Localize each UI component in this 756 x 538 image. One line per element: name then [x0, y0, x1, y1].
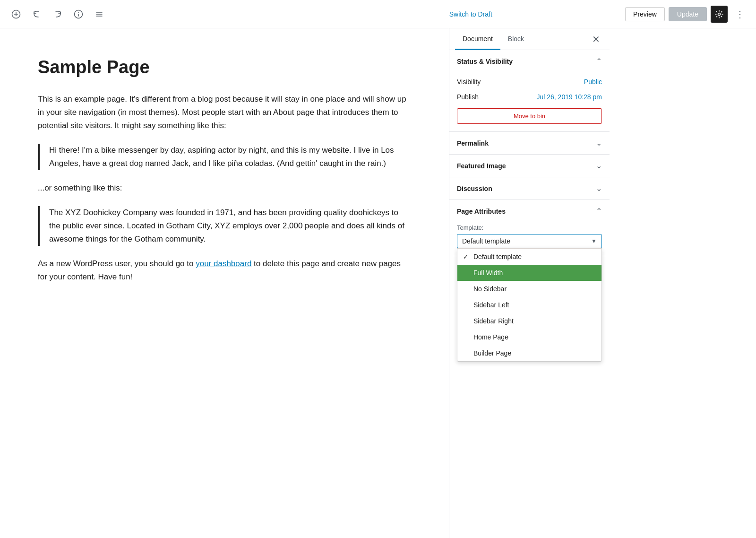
paragraph-2: ...or something like this:: [38, 182, 411, 195]
tab-document[interactable]: Document: [455, 28, 500, 50]
add-block-button[interactable]: [8, 6, 25, 23]
dropdown-item-label: Default template: [473, 253, 522, 260]
status-visibility-section: Status & Visibility ⌃ Visibility Public …: [449, 50, 610, 132]
permalink-chevron-down-icon: ⌄: [596, 139, 602, 148]
publish-value[interactable]: Jul 26, 2019 10:28 pm: [536, 93, 602, 101]
featured-image-title: Featured Image: [457, 162, 506, 170]
settings-button[interactable]: [711, 6, 728, 23]
page-attributes-header[interactable]: Page Attributes ⌃: [449, 200, 610, 222]
status-visibility-content: Visibility Public Publish Jul 26, 2019 1…: [449, 72, 610, 131]
featured-image-section: Featured Image ⌄: [449, 155, 610, 177]
page-title: Sample Page: [38, 57, 411, 78]
switch-to-draft-button[interactable]: Switch to Draft: [444, 8, 498, 21]
dropdown-item-label: Home Page: [473, 333, 508, 341]
permalink-header[interactable]: Permalink ⌄: [449, 132, 610, 154]
permalink-title: Permalink: [457, 139, 489, 147]
permalink-section: Permalink ⌄: [449, 132, 610, 155]
dashboard-link[interactable]: your dashboard: [196, 259, 251, 268]
dropdown-item[interactable]: Full Width: [457, 265, 601, 281]
svg-point-4: [78, 12, 79, 13]
discussion-section: Discussion ⌄: [449, 177, 610, 200]
checkmark-icon: ✓: [463, 253, 471, 260]
info-button[interactable]: [70, 6, 87, 23]
layout: Sample Page This is an example page. It'…: [0, 28, 756, 538]
update-button[interactable]: Update: [669, 7, 707, 21]
preview-button[interactable]: Preview: [625, 7, 665, 21]
dropdown-item[interactable]: Sidebar Right: [457, 313, 601, 329]
dropdown-item[interactable]: Home Page: [457, 329, 601, 345]
status-visibility-title: Status & Visibility: [457, 58, 513, 65]
dropdown-item-label: Full Width: [473, 269, 503, 277]
blockquote-2: The XYZ Doohickey Company was founded in…: [38, 206, 411, 246]
blockquote-1: Hi there! I'm a bike messenger by day, a…: [38, 144, 411, 170]
discussion-header[interactable]: Discussion ⌄: [449, 177, 610, 200]
move-to-bin-button[interactable]: Move to bin: [457, 108, 602, 124]
topbar: Switch to Draft Preview Update ⋮: [0, 0, 756, 28]
publish-label: Publish: [457, 93, 479, 101]
close-sidebar-button[interactable]: ✕: [588, 33, 604, 46]
main-content: Sample Page This is an example page. It'…: [0, 28, 449, 538]
dropdown-item[interactable]: Builder Page: [457, 345, 601, 361]
topbar-right: Preview Update ⋮: [625, 6, 748, 23]
dropdown-item-label: Sidebar Left: [473, 301, 509, 309]
topbar-left: [8, 6, 317, 23]
dropdown-item[interactable]: No Sidebar: [457, 281, 601, 297]
dropdown-item-label: Builder Page: [473, 349, 511, 357]
dropdown-trigger[interactable]: Default template ▼: [457, 234, 602, 248]
visibility-value[interactable]: Public: [584, 78, 602, 86]
page-body: This is an example page. It's different …: [38, 93, 411, 284]
topbar-center: Switch to Draft: [317, 8, 626, 21]
sidebar-tabs: Document Block ✕: [449, 28, 610, 50]
dropdown-item[interactable]: Sidebar Left: [457, 297, 601, 313]
redo-button[interactable]: [49, 6, 66, 23]
dropdown-arrow-icon: ▼: [588, 238, 597, 244]
paragraph-3: As a new WordPress user, you should go t…: [38, 257, 411, 284]
featured-image-chevron-down-icon: ⌄: [596, 161, 602, 170]
discussion-title: Discussion: [457, 185, 492, 192]
list-view-button[interactable]: [91, 6, 108, 23]
publish-row: Publish Jul 26, 2019 10:28 pm: [457, 89, 602, 104]
sidebar: Document Block ✕ Status & Visibility ⌃ V…: [449, 28, 610, 538]
more-options-button[interactable]: ⋮: [731, 6, 748, 23]
dropdown-item-label: No Sidebar: [473, 285, 507, 293]
undo-button[interactable]: [28, 6, 45, 23]
tab-block[interactable]: Block: [500, 28, 532, 50]
dropdown-item[interactable]: ✓Default template: [457, 249, 601, 265]
featured-image-header[interactable]: Featured Image ⌄: [449, 155, 610, 177]
quote-1-text: Hi there! I'm a bike messenger by day, a…: [49, 144, 411, 170]
page-attributes-title: Page Attributes: [457, 208, 506, 215]
status-visibility-chevron-up-icon: ⌃: [596, 57, 602, 66]
template-label: Template:: [457, 224, 602, 231]
visibility-label: Visibility: [457, 78, 481, 86]
dropdown-current-value: Default template: [462, 237, 510, 245]
quote-2-text: The XYZ Doohickey Company was founded in…: [49, 206, 411, 246]
paragraph-3-before-link: As a new WordPress user, you should go t…: [38, 259, 196, 268]
svg-point-9: [718, 13, 721, 15]
status-visibility-header[interactable]: Status & Visibility ⌃: [449, 50, 610, 72]
page-attributes-content: Template: Default template ▼ ✓Default te…: [449, 222, 610, 256]
page-attributes-section: Page Attributes ⌃ Template: Default temp…: [449, 200, 610, 256]
template-dropdown[interactable]: Default template ▼ ✓Default templateFull…: [457, 234, 602, 248]
visibility-row: Visibility Public: [457, 74, 602, 89]
page-attributes-chevron-up-icon: ⌃: [596, 207, 602, 216]
discussion-chevron-down-icon: ⌄: [596, 184, 602, 193]
dropdown-item-label: Sidebar Right: [473, 317, 514, 325]
paragraph-1: This is an example page. It's different …: [38, 93, 411, 132]
dropdown-list: ✓Default templateFull WidthNo SidebarSid…: [457, 248, 602, 362]
